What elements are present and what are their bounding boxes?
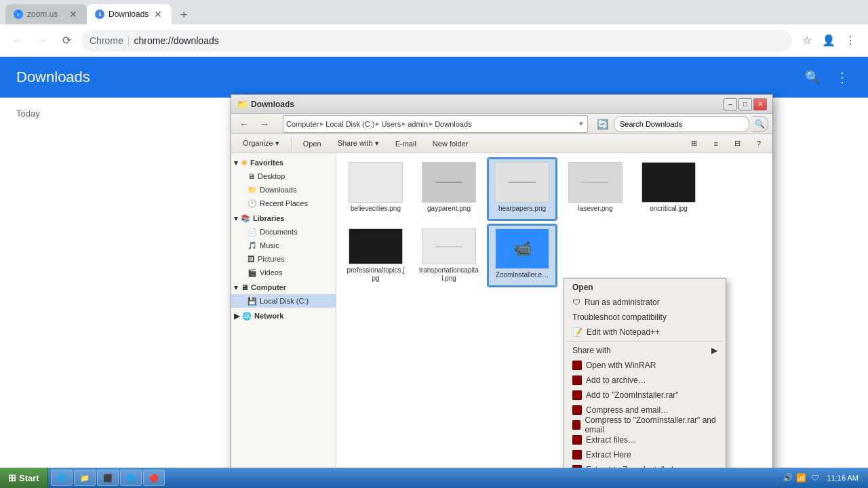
new-folder-button[interactable]: New folder — [427, 136, 475, 151]
url-path: chrome://downloads — [134, 35, 218, 46]
tab-bar: z zoom.us ✕ ⬇ Downloads ✕ + — [0, 0, 868, 24]
network-header[interactable]: ▶ 🌐 Network — [231, 309, 336, 323]
ie-icon: 🌐 — [57, 474, 66, 483]
sidebar-item-desktop[interactable]: 🖥 Desktop — [231, 169, 336, 183]
tab-zoom-close[interactable]: ✕ — [68, 9, 79, 20]
share-with-button[interactable]: Share with ▾ — [332, 136, 385, 151]
file-item-oncritical[interactable]: oncritical.jpg — [635, 159, 703, 220]
taskbar-item-chrome[interactable]: 🌐 — [120, 470, 142, 486]
sidebar-item-localdisk[interactable]: 💾 Local Disk (C:) — [231, 294, 336, 308]
sidebar-item-recent[interactable]: 🕐 Recent Places — [231, 197, 336, 210]
computer-section: ▾ 🖥 Computer 💾 Local Disk (C:) — [231, 281, 336, 308]
file-item-gayparent[interactable]: gayparent.png — [415, 159, 483, 220]
libraries-header[interactable]: ▾ 📚 Libraries — [231, 211, 336, 225]
sidebar-item-videos[interactable]: 🎬 Videos — [231, 266, 336, 279]
tab-zoom[interactable]: z zoom.us ✕ — [5, 4, 87, 24]
pictures-label: Pictures — [258, 255, 285, 263]
system-clock: 11:16 AM — [823, 474, 863, 482]
more-button[interactable]: ⋮ — [833, 68, 852, 87]
file-item-professionaltopics[interactable]: professionaltopics.jpg — [342, 225, 410, 286]
search-button[interactable]: 🔍 — [803, 68, 822, 87]
close-button[interactable]: ✕ — [753, 98, 767, 110]
ctx-compress-rar-email[interactable]: Compress to "ZoomInstaller.rar" and emai… — [564, 418, 726, 432]
file-item-hearpapers[interactable]: hearpapers.png — [488, 159, 556, 220]
disk-icon: 💾 — [248, 297, 257, 306]
forward-button[interactable]: → — [33, 31, 52, 50]
breadcrumb-admin[interactable]: admin — [408, 120, 428, 128]
ctx-troubleshoot[interactable]: Troubleshoot compatibility — [564, 310, 726, 325]
winrar-icon-2 — [572, 375, 582, 385]
minimize-button[interactable]: – — [724, 98, 737, 110]
bookmark-button[interactable]: ☆ — [797, 31, 816, 50]
taskbar-item-explorer[interactable]: 📁 — [74, 470, 96, 486]
tab-downloads-close[interactable]: ✕ — [153, 9, 163, 20]
start-button[interactable]: ⊞ Start — [0, 468, 48, 488]
ctx-run-as-admin[interactable]: 🛡 Run as administrator — [564, 295, 726, 310]
explorer-refresh-button[interactable]: 🔄 — [593, 117, 611, 131]
breadcrumb-disk[interactable]: Local Disk (C:) — [326, 120, 374, 128]
address-breadcrumb[interactable]: Computer ▸ Local Disk (C:) ▸ Users ▸ adm… — [283, 115, 588, 133]
winrar-icon-7 — [572, 450, 582, 460]
action-sep-1 — [291, 138, 292, 150]
open-button[interactable]: Open — [297, 136, 328, 151]
shield-icon: 🛡 — [572, 298, 580, 307]
explorer-search-button[interactable]: 🔍 — [752, 116, 768, 132]
view-details-button[interactable]: ≡ — [707, 136, 724, 151]
volume-icon[interactable]: 🔊 — [783, 472, 793, 483]
computer-label: Computer — [251, 283, 286, 291]
network-arrow: ▶ — [234, 312, 239, 321]
computer-header[interactable]: ▾ 🖥 Computer — [231, 281, 336, 294]
tab-downloads[interactable]: ⬇ Downloads ✕ — [87, 4, 172, 24]
taskbar-item-cmd[interactable]: ⬛ — [97, 470, 119, 486]
file-item-believecities[interactable]: believecities.png — [342, 159, 410, 220]
file-item-transportationcapital[interactable]: transportationcapital.png — [415, 225, 483, 286]
maximize-button[interactable]: □ — [738, 98, 752, 110]
sidebar-item-music[interactable]: 🎵 Music — [231, 239, 336, 252]
url-scheme: Chrome — [90, 35, 123, 46]
favorites-header[interactable]: ▾ ★ Favorites — [231, 156, 336, 169]
file-item-zoominstaller[interactable]: 📹 ZoomInstaller.e… — [488, 225, 556, 286]
ctx-add-archive[interactable]: Add to archive… — [564, 373, 726, 388]
taskbar-item-ie[interactable]: 🌐 — [51, 470, 73, 486]
sidebar-item-downloads[interactable]: 📁 Downloads — [231, 183, 336, 197]
explorer-search-input[interactable] — [614, 116, 749, 132]
menu-button[interactable]: ⋮ — [841, 31, 860, 50]
new-tab-button[interactable]: + — [174, 5, 193, 24]
breadcrumb-computer[interactable]: Computer — [286, 120, 319, 128]
account-button[interactable]: 👤 — [819, 31, 838, 50]
ctx-edit-notepad[interactable]: 📝 Edit with Notepad++ — [564, 325, 726, 340]
ctx-share-with[interactable]: Share with ▶ — [564, 343, 726, 358]
sidebar-item-documents[interactable]: 📄 Documents — [231, 225, 336, 239]
url-bar[interactable]: Chrome | chrome://downloads — [81, 30, 792, 52]
back-button[interactable]: ← — [8, 31, 27, 50]
file-item-lasever[interactable]: lasever.png — [561, 159, 629, 220]
ctx-open[interactable]: Open — [564, 280, 726, 295]
organize-button[interactable]: Organize ▾ — [237, 136, 285, 151]
refresh-button[interactable]: ⟳ — [57, 31, 76, 50]
email-button[interactable]: E-mail — [389, 136, 422, 151]
security-icon[interactable]: 🛡 — [810, 472, 821, 483]
help-button[interactable]: ? — [751, 136, 767, 151]
breadcrumb-users[interactable]: Users — [381, 120, 401, 128]
context-menu: Open 🛡 Run as administrator Troubleshoot… — [564, 278, 726, 488]
view-icons-button[interactable]: ⊞ — [685, 136, 703, 151]
taskbar-item-antivirus[interactable]: 🔴 — [143, 470, 165, 486]
network-tray-icon[interactable]: 📶 — [796, 472, 807, 483]
ctx-extract-files[interactable]: Extract files… — [564, 432, 726, 447]
chrome-main: Downloads 🔍 ⋮ Today 📁 Downloads – □ ✕ ← … — [0, 57, 868, 488]
breadcrumb-downloads[interactable]: Downloads — [435, 120, 471, 128]
sidebar-item-pictures[interactable]: 🖼 Pictures — [231, 252, 336, 266]
network-section: ▶ 🌐 Network — [231, 309, 336, 323]
ctx-extract-here[interactable]: Extract Here — [564, 447, 726, 462]
view-large-button[interactable]: ⊟ — [728, 136, 747, 151]
ctx-open-winrar[interactable]: Open with WinRAR — [564, 358, 726, 373]
explorer-back-button[interactable]: ← — [235, 117, 253, 131]
windows-icon: ⊞ — [8, 472, 16, 483]
taskbar-items: 🌐 📁 ⬛ 🌐 🔴 — [48, 470, 777, 486]
ctx-add-zoominstaller-rar[interactable]: Add to "ZoomInstaller.rar" — [564, 388, 726, 403]
recent-label: Recent Places — [260, 199, 308, 207]
explorer-forward-button[interactable]: → — [256, 117, 273, 131]
favorites-label: Favorites — [250, 159, 283, 167]
notepad-icon: 📝 — [572, 327, 583, 337]
library-icon: 📚 — [241, 214, 250, 223]
